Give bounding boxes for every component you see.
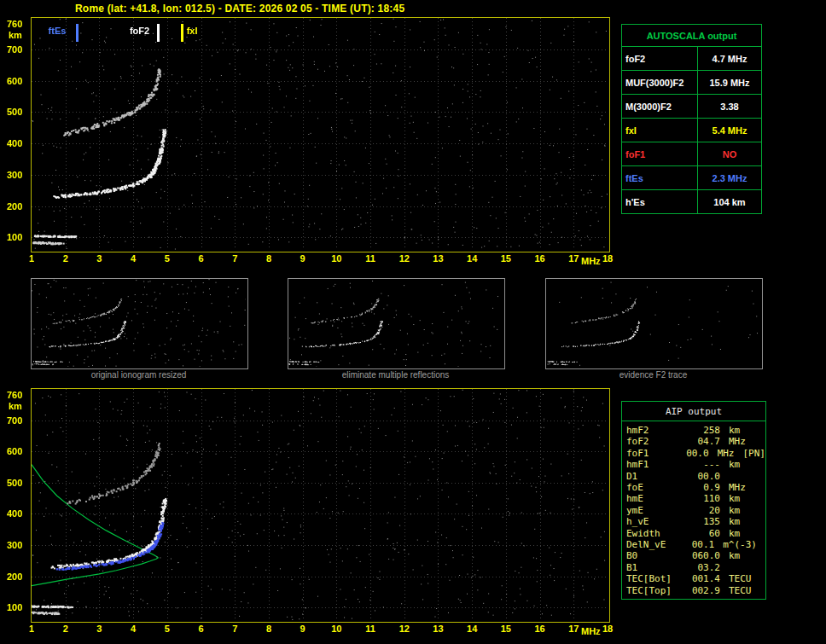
aip-row: foE0.9MHz xyxy=(626,482,765,493)
aip-row-value: 135 xyxy=(686,516,720,527)
y-tick-label: 600 xyxy=(7,76,22,86)
aip-row-unit: TECU xyxy=(729,585,752,596)
x-tick-label: 13 xyxy=(429,253,446,264)
aip-row: TEC[Top]002.9TECU xyxy=(626,585,765,596)
aip-row-unit: km xyxy=(729,493,740,504)
x-tick-label: 7 xyxy=(226,624,243,634)
autoscala-row: h'Es104 km xyxy=(622,189,761,213)
x-tick-label: 5 xyxy=(159,624,176,634)
y-tick-label: 760 xyxy=(7,19,22,29)
x-tick-label: 8 xyxy=(260,624,277,634)
x-tick-label: 4 xyxy=(125,624,142,634)
aip-row: hmF2258km xyxy=(626,425,765,436)
thumbnail-eliminate-multiples xyxy=(288,278,505,369)
marker-label-ftes: ftEs xyxy=(49,26,67,36)
x-tick-label: 2 xyxy=(57,253,74,264)
aip-row-unit: km xyxy=(729,550,740,561)
y-tick-label: 100 xyxy=(7,602,22,612)
x-tick-label: 9 xyxy=(294,253,311,264)
aip-row-label: ymE xyxy=(626,505,686,516)
x-tick-label: 15 xyxy=(497,624,515,634)
aip-table-title: AIP output xyxy=(622,402,765,421)
x-tick-label: 15 xyxy=(497,253,515,264)
marker-line-fxi xyxy=(181,24,183,42)
thumbnail-caption-3: evidence F2 trace xyxy=(545,370,761,380)
x-tick-label: 5 xyxy=(159,253,176,264)
autoscala-row: ftEs2.3 MHz xyxy=(622,165,761,189)
x-tick-label: 6 xyxy=(193,624,210,634)
autoscala-row-label: h'Es xyxy=(622,190,698,213)
thumbnail-canvas-3 xyxy=(546,279,760,367)
autoscala-row-value: 3.38 xyxy=(698,95,761,118)
x-tick-label: 12 xyxy=(396,253,413,264)
autoscala-row-label: MUF(3000)F2 xyxy=(622,71,698,94)
marker-label-fxi: fxI xyxy=(187,26,198,36)
aip-row-label: TEC[Bot] xyxy=(626,573,686,584)
aip-row-unit: MHz xyxy=(729,436,746,447)
aip-row-value: 002.9 xyxy=(686,585,720,596)
aip-row: foF100.0MHz[PN] xyxy=(626,448,765,459)
aip-row-unit: km xyxy=(729,425,740,436)
x-tick-label: 7 xyxy=(226,253,243,264)
aip-row-label: foF2 xyxy=(626,436,686,447)
thumbnail-canvas-2 xyxy=(288,279,503,367)
y-tick-label: 300 xyxy=(7,540,22,550)
aip-row: h_vE135km xyxy=(626,516,765,527)
aip-row-unit: MHz xyxy=(718,448,735,459)
aip-row-unit: MHz xyxy=(729,482,746,493)
x-tick-label: 18 xyxy=(599,624,616,634)
aip-row-label: foE xyxy=(626,482,686,493)
y-tick-label: 300 xyxy=(7,170,22,180)
aip-row-label: DelN_vE xyxy=(626,539,683,550)
aip-row: D100.0 xyxy=(626,471,765,482)
x-tick-label: 16 xyxy=(532,624,549,634)
autoscala-row-value: 15.9 MHz xyxy=(698,71,761,94)
x-axis-unit-label: MHz xyxy=(581,256,601,266)
aip-row-label: Ewidth xyxy=(626,528,686,539)
x-tick-label: 3 xyxy=(90,624,108,634)
x-tick-label: 18 xyxy=(599,253,616,264)
x-tick-label: 17 xyxy=(565,624,582,634)
marker-line-fof2 xyxy=(157,24,160,42)
x-tick-label: 4 xyxy=(125,253,142,264)
x-tick-label: 10 xyxy=(328,624,345,634)
autoscala-row-label: fxI xyxy=(622,119,698,142)
marker-line-ftes xyxy=(76,24,79,42)
aip-row-value: 258 xyxy=(686,425,720,436)
aip-row-label: hmE xyxy=(626,493,686,504)
aip-row-label: B0 xyxy=(626,550,686,561)
thumbnail-f2-evidence xyxy=(545,278,763,369)
autoscala-row-value: 104 km xyxy=(698,190,761,213)
autoscala-row-label: foF2 xyxy=(622,47,698,70)
aip-row-value: 110 xyxy=(686,493,720,504)
aip-row-value: 03.2 xyxy=(686,562,720,573)
autoscala-app-window: Rome (lat: +41.8, lon: 012.5) - DATE: 20… xyxy=(0,0,826,644)
aip-row: foF204.7MHz xyxy=(626,436,765,447)
aip-row: ymE20km xyxy=(626,505,765,516)
ionogram-canvas-top xyxy=(32,18,608,250)
x-axis-unit-label: MHz xyxy=(581,626,601,636)
y-axis-unit-label: km xyxy=(9,30,22,40)
autoscala-row-value: 4.7 MHz xyxy=(698,47,761,70)
x-tick-label: 8 xyxy=(260,253,277,264)
aip-row: hmE110km xyxy=(626,493,765,504)
autoscala-row: fxI5.4 MHz xyxy=(622,118,761,142)
aip-row-unit: km xyxy=(729,516,740,527)
aip-row-unit: m^(-3) xyxy=(723,539,757,550)
autoscala-output-table: AUTOSCALA output foF24.7 MHzMUF(3000)F21… xyxy=(621,24,762,214)
y-tick-label: 760 xyxy=(7,390,22,400)
ionogram-plot-top: ftEsfoF2fxI xyxy=(31,17,610,252)
y-axis-unit-label: km xyxy=(9,401,22,411)
aip-row-label: h_vE xyxy=(626,516,686,527)
aip-row-value: 00.1 xyxy=(683,539,715,550)
page-title: Rome (lat: +41.8, lon: 012.5) - DATE: 20… xyxy=(75,3,404,15)
autoscala-row-value: 5.4 MHz xyxy=(698,119,761,142)
thumbnail-caption-2: eliminate multiple reflections xyxy=(288,370,503,380)
aip-row-value: 60 xyxy=(686,528,720,539)
aip-row-unit: km xyxy=(729,459,740,470)
aip-row-label: TEC[Top] xyxy=(626,585,686,596)
aip-row: TEC[Bot]001.4TECU xyxy=(626,573,765,584)
aip-row-unit: km xyxy=(729,505,740,516)
aip-row: B0060.0km xyxy=(626,550,765,561)
autoscala-row-value: 2.3 MHz xyxy=(698,166,761,189)
